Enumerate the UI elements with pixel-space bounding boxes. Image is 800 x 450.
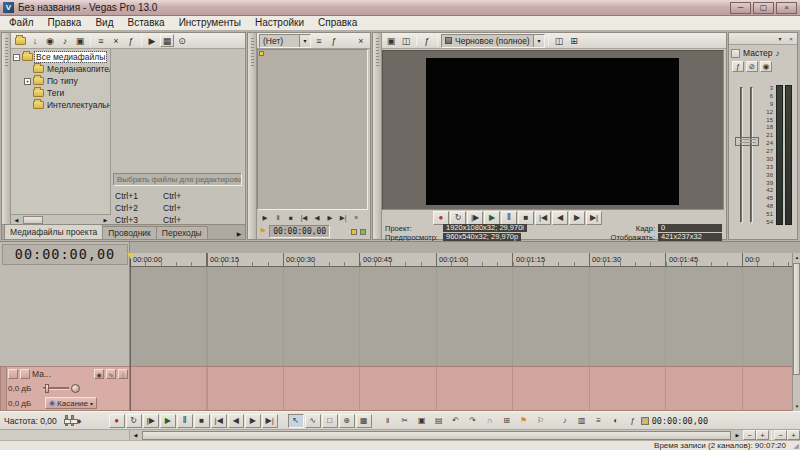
extract-audio-button[interactable]: ♪ (58, 34, 72, 47)
split-button[interactable]: ‖ (380, 414, 396, 428)
fader-groove-left[interactable] (740, 87, 743, 223)
trimmer-stop-button[interactable]: ■ (285, 212, 297, 223)
go-to-start-button[interactable]: |◀ (211, 414, 227, 428)
tab-overflow-button[interactable]: ▶ (233, 227, 245, 239)
script-button[interactable]: ƒ (625, 414, 641, 428)
stop-button[interactable]: ■ (194, 414, 210, 428)
edit-cursor-marker[interactable] (127, 253, 135, 259)
automation-mode-button[interactable]: ◉ Касание ▾ (45, 397, 97, 409)
get-photo-button[interactable]: ▣ (73, 34, 87, 47)
expand-icon[interactable]: + (24, 78, 31, 85)
go-to-end-button[interactable]: ▶| (586, 211, 602, 225)
dock-tab[interactable]: Медиафайлы проекта (4, 224, 103, 239)
shortcut-row[interactable]: Ctrl+2 Ctrl+ (111, 202, 244, 214)
dock-tab[interactable]: Переходы (156, 226, 208, 239)
zoom-out-button[interactable]: − (743, 430, 756, 440)
remove-media-button[interactable]: × (109, 34, 123, 47)
rate-fader[interactable] (71, 415, 74, 426)
trimmer-timecode[interactable]: 00:00:00,00 (269, 225, 330, 238)
go-to-end-button[interactable]: ▶| (262, 414, 278, 428)
close-master-button[interactable]: × (786, 34, 796, 44)
previous-frame-button[interactable]: ◀ (228, 414, 244, 428)
track-envelope-button[interactable]: ∿ (106, 369, 116, 379)
edit-details-button[interactable]: ▦ (356, 414, 372, 428)
minimize-track-button[interactable] (8, 369, 18, 379)
grid-overlay-button[interactable]: ⊞ (567, 34, 581, 47)
resize-grip[interactable]: ◢ (794, 442, 799, 449)
media-properties-button[interactable]: ≡ (94, 34, 108, 47)
video-tool-button[interactable]: ▥ (574, 414, 590, 428)
selection-tool-button[interactable]: □ (322, 414, 338, 428)
tree-item[interactable]: Теги (11, 87, 110, 99)
playback-rate-control[interactable]: ◆ (65, 414, 97, 428)
media-search-field[interactable]: Выбрать файлы для редактирования (113, 173, 242, 186)
trimmer-go-start-button[interactable]: |◀ (298, 212, 310, 223)
views-button[interactable]: ▦ (160, 34, 174, 47)
trimmer-cursor-marker[interactable] (259, 51, 264, 56)
scroll-down-button[interactable]: ▼ (793, 402, 800, 411)
master-fx-button[interactable]: ƒ (732, 61, 744, 72)
pause-button[interactable]: Ⅱ (177, 414, 193, 428)
video-output-fx-button[interactable]: ƒ (420, 34, 434, 47)
record-button[interactable]: ● (109, 414, 125, 428)
menu-item[interactable]: Файл (2, 16, 41, 30)
undo-button[interactable]: ↶ (448, 414, 464, 428)
tree-item[interactable]: + По типу (11, 75, 110, 87)
trimmer-viewport[interactable] (257, 49, 368, 210)
tree-item[interactable]: Медианакопители (11, 63, 110, 75)
chevron-down-icon[interactable]: ▾ (533, 35, 544, 47)
plugin-manager-button[interactable]: ◐ (608, 414, 624, 428)
maximize-track-button[interactable] (20, 369, 30, 379)
go-to-start-button[interactable]: |◀ (535, 211, 551, 225)
chevron-down-icon[interactable]: ▾ (299, 35, 310, 47)
expand-icon[interactable]: − (13, 54, 20, 61)
fader-groove-right[interactable] (750, 87, 753, 223)
loop-playback-button[interactable]: ↻ (126, 414, 142, 428)
media-file-list[interactable]: Выбрать файлы для редактирования Ctrl+1 … (111, 49, 244, 226)
copy-button[interactable]: ▣ (414, 414, 430, 428)
menu-item[interactable]: Вставка (120, 16, 171, 30)
rate-fader[interactable] (65, 415, 68, 426)
capture-video-button[interactable]: ◉ (43, 34, 57, 47)
insert-marker-button[interactable]: ⚑ (516, 414, 532, 428)
project-properties-button[interactable]: ▣ (384, 34, 398, 47)
mixer-button[interactable]: ≡ (591, 414, 607, 428)
scroll-up-button[interactable]: ▲ (793, 253, 800, 262)
panel-grip[interactable] (2, 33, 11, 239)
track-volume-fader[interactable] (43, 387, 69, 390)
insert-region-button[interactable]: ⚐ (533, 414, 549, 428)
timeline-vertical-scrollbar[interactable]: ▲ ▼ (792, 253, 800, 411)
close-trimmer-button[interactable]: × (354, 34, 368, 47)
preview-quality-select[interactable]: Черновое (полное) ▾ (441, 34, 545, 48)
menu-item[interactable]: Правка (41, 16, 89, 30)
close-button[interactable]: × (776, 2, 797, 14)
master-menu-button[interactable]: ▾ (775, 34, 785, 44)
track-more-button[interactable]: ⋮ (118, 369, 128, 379)
cursor-timecode[interactable]: 00:00:00,00 (641, 416, 708, 426)
redo-button[interactable]: ↷ (465, 414, 481, 428)
timeline-empty-area[interactable] (130, 267, 792, 366)
dock-tab[interactable]: Проводник (102, 226, 157, 239)
scroll-right-button[interactable]: ▶ (732, 430, 743, 440)
maximize-button[interactable]: ▢ (753, 2, 774, 14)
timeline-horizontal-scrollbar[interactable]: ◀ ▶ (130, 430, 743, 440)
play-button[interactable]: ▶ (160, 414, 176, 428)
menu-item[interactable]: Вид (88, 16, 120, 30)
audio-tool-button[interactable]: ♪ (557, 414, 573, 428)
import-media-button[interactable]: ↓ (28, 34, 42, 47)
menu-item[interactable]: Справка (311, 16, 364, 30)
media-fx-button[interactable]: ƒ (124, 34, 138, 47)
snapping-button[interactable]: ∩ (482, 414, 498, 428)
minimize-button[interactable]: ─ (730, 2, 751, 14)
play-from-start-button[interactable]: |▶ (143, 414, 159, 428)
pan-knob[interactable] (71, 384, 80, 393)
mute-button[interactable]: ⊘ (746, 61, 758, 72)
arm-record-button[interactable]: ◉ (94, 369, 104, 379)
dim-output-button[interactable]: ◉ (760, 61, 772, 72)
shortcut-row[interactable]: Ctrl+1 Ctrl+ (111, 190, 244, 202)
audio-track-header[interactable]: Ма... ◉ ∿ ⋮ 0,0 дБ 0,0 дБ ◉ Касание ▾ (0, 366, 130, 411)
track-scribble-strip[interactable] (1, 367, 7, 410)
zoom-tool-button[interactable]: ⊕ (339, 414, 355, 428)
next-frame-button[interactable]: ▶ (245, 414, 261, 428)
split-screen-button[interactable]: ◫ (552, 34, 566, 47)
